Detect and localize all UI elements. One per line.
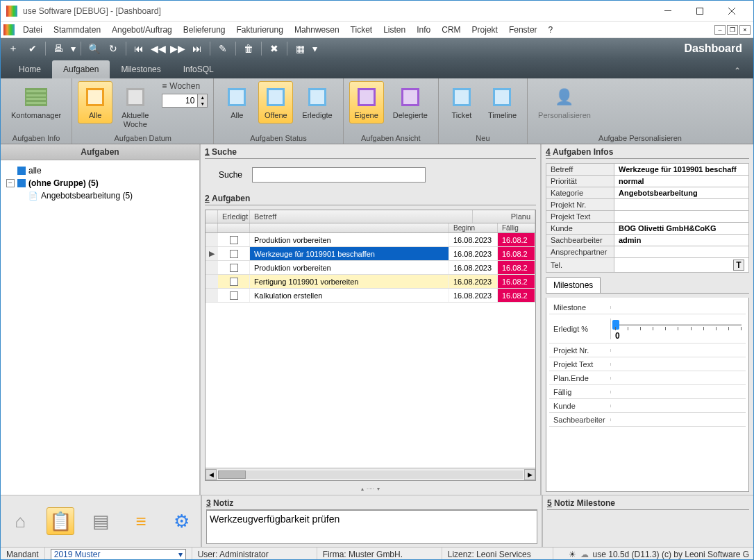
checkbox[interactable]	[230, 236, 238, 244]
cloud-icon[interactable]: ☁	[580, 550, 589, 559]
menu-help[interactable]: ?	[543, 23, 559, 37]
offene-button[interactable]: Offene	[258, 81, 293, 124]
menu-datei[interactable]: Datei	[17, 23, 48, 37]
splitter[interactable]: ▴·····▾	[205, 485, 536, 492]
grid-button[interactable]: ▦	[292, 40, 308, 57]
grid-dropdown[interactable]: ▾	[311, 40, 318, 57]
menu-ticket[interactable]: Ticket	[345, 23, 378, 37]
checkbox[interactable]	[230, 278, 238, 286]
print-dropdown[interactable]: ▾	[69, 40, 76, 57]
kontomanager-button[interactable]: Kontomanager	[6, 81, 66, 124]
delete-button[interactable]: 🗑	[240, 40, 257, 57]
tab-home[interactable]: Home	[8, 60, 52, 78]
timeline-button[interactable]: Timeline	[483, 81, 521, 124]
col-erledigt[interactable]: Erledigt	[218, 210, 250, 223]
check-button[interactable]: ✔	[24, 40, 41, 57]
table-row[interactable]: ▶Werkzeuge für 1019901 beschaffen16.08.2…	[206, 247, 535, 261]
scroll-left-button[interactable]: ◀	[206, 469, 217, 480]
tel-button[interactable]: T	[733, 260, 744, 271]
mdi-close-button[interactable]: ×	[739, 25, 751, 35]
erledigt-cell[interactable]	[218, 289, 250, 302]
table-row[interactable]: Produktion vorbereiten16.08.202316.08.2	[206, 261, 535, 275]
menu-mahnwesen[interactable]: Mahnwesen	[289, 23, 345, 37]
menu-angebot[interactable]: Angebot/Auftrag	[106, 23, 178, 37]
col-betreff[interactable]: Betreff	[250, 210, 473, 223]
menu-info[interactable]: Info	[411, 23, 436, 37]
ms-label: Fällig	[549, 387, 610, 398]
wochen-input[interactable]	[162, 96, 197, 105]
milestones-tab[interactable]: Milestones	[546, 277, 601, 293]
erledigte-button[interactable]: Erledigte	[297, 81, 337, 124]
erledigt-slider[interactable]: 0	[610, 319, 746, 339]
col-beginn[interactable]: Beginn	[449, 223, 498, 232]
spin-up[interactable]: ▲	[197, 94, 207, 101]
tree-collapse-icon[interactable]: −	[6, 179, 15, 187]
table-row[interactable]: Kalkulation erstellen16.08.202316.08.2	[206, 289, 535, 303]
suche-input[interactable]	[252, 167, 426, 183]
ms-label: Projekt Nr.	[549, 345, 610, 356]
neu-ticket-button[interactable]: Ticket	[444, 81, 479, 124]
wochen-spinner[interactable]: ▲▼	[162, 94, 208, 108]
spin-down[interactable]: ▼	[197, 101, 207, 107]
eigene-button[interactable]: Eigene	[349, 81, 384, 124]
settings-nav-button[interactable]: ⚙	[167, 507, 195, 535]
minimize-button[interactable]	[652, 1, 684, 22]
info-value	[614, 211, 749, 223]
beginn-cell: 16.08.2023	[449, 289, 498, 302]
db-nav-button[interactable]: ≡	[127, 507, 155, 535]
erledigt-cell[interactable]	[218, 247, 250, 260]
table-row[interactable]: Produktion vorbereiten16.08.202316.08.2	[206, 233, 535, 247]
list-nav-button[interactable]: ▤	[87, 507, 115, 535]
zoom-button[interactable]: 🔍	[85, 40, 102, 57]
close-button[interactable]	[716, 1, 748, 22]
mandant-select[interactable]: 2019 Muster▾	[51, 549, 186, 560]
scroll-thumb[interactable]	[218, 470, 246, 479]
notiz-textarea[interactable]	[206, 510, 537, 544]
col-planung[interactable]: Planu	[473, 210, 535, 223]
checkbox[interactable]	[230, 264, 238, 272]
table-row[interactable]: Fertigung 1019901 vorbereiten16.08.20231…	[206, 275, 535, 289]
tab-milestones[interactable]: Milestones	[110, 60, 171, 78]
menu-listen[interactable]: Listen	[378, 23, 411, 37]
print-button[interactable]: 🖶	[50, 40, 67, 57]
tree-item-label: Angebotsbearbeitung (5)	[41, 191, 133, 201]
tab-aufgaben[interactable]: Aufgaben	[52, 60, 110, 78]
menu-crm[interactable]: CRM	[436, 23, 466, 37]
tab-infosql[interactable]: InfoSQL	[172, 60, 225, 78]
col-faellig[interactable]: Fällig	[498, 223, 535, 232]
first-button[interactable]: ⏮	[131, 40, 147, 57]
aktuelle-woche-button[interactable]: Aktuelle Woche	[117, 81, 153, 133]
cancel-button[interactable]: ✖	[266, 40, 283, 57]
scroll-right-button[interactable]: ▶	[524, 469, 535, 480]
tree-item-ohne-gruppe[interactable]: − (ohne Gruppe) (5)	[6, 177, 194, 189]
tasks-nav-button[interactable]: 📋	[47, 507, 74, 535]
grid-hscroll[interactable]: ◀ ▶	[206, 468, 535, 480]
erledigt-cell[interactable]	[218, 275, 250, 288]
checkbox[interactable]	[230, 250, 238, 258]
refresh-button[interactable]: ↻	[105, 40, 122, 57]
new-button[interactable]: ＋	[5, 40, 22, 57]
menu-stammdaten[interactable]: Stammdaten	[48, 23, 106, 37]
last-button[interactable]: ⏭	[189, 40, 206, 57]
checkbox[interactable]	[230, 291, 238, 300]
status-alle-button[interactable]: Alle	[219, 81, 254, 124]
mdi-minimize-button[interactable]: –	[714, 25, 726, 35]
menu-fakturierung[interactable]: Fakturierung	[231, 23, 289, 37]
next-button[interactable]: ▶▶	[169, 40, 186, 57]
menu-projekt[interactable]: Projekt	[467, 23, 503, 37]
prev-button[interactable]: ◀◀	[150, 40, 167, 57]
edit-button[interactable]: ✎	[215, 40, 231, 57]
home-nav-button[interactable]: ⌂	[6, 507, 34, 535]
sun-icon[interactable]: ☀	[569, 550, 576, 559]
maximize-button[interactable]	[684, 1, 716, 22]
mdi-restore-button[interactable]: ❐	[727, 25, 738, 35]
tree-item-alle[interactable]: alle	[6, 164, 194, 177]
datum-alle-button[interactable]: Alle	[78, 81, 112, 124]
erledigt-cell[interactable]	[218, 233, 250, 246]
erledigt-cell[interactable]	[218, 261, 250, 274]
tree-item-angebot[interactable]: 📄 Angebotsbearbeitung (5)	[6, 189, 194, 202]
menu-belieferung[interactable]: Belieferung	[178, 23, 231, 37]
delegierte-button[interactable]: Delegierte	[388, 81, 433, 124]
collapse-ribbon-button[interactable]: ⌃	[728, 63, 746, 78]
menu-fenster[interactable]: Fenster	[503, 23, 543, 37]
